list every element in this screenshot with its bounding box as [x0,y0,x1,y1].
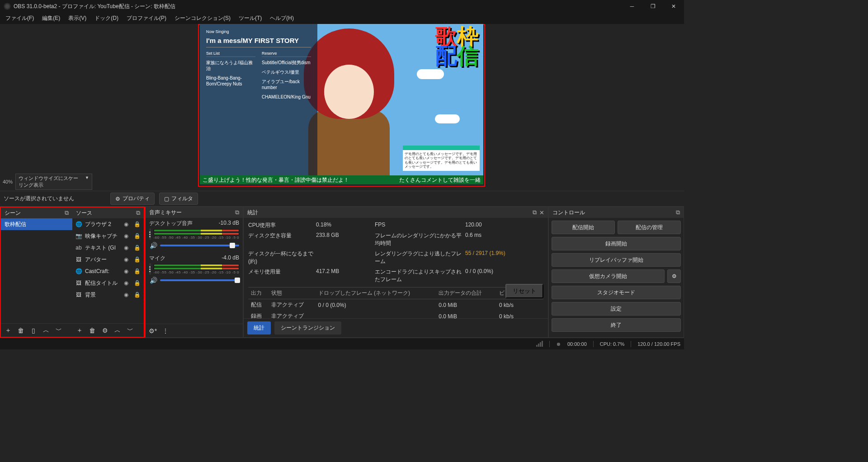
exit-button[interactable]: 終了 [552,318,681,332]
lock-toggle-icon[interactable]: 🔒 [133,233,141,239]
reset-button[interactable]: リセット [505,284,543,298]
lock-toggle-icon[interactable]: 🔒 [133,245,141,251]
channel-menu-button[interactable] [149,228,151,240]
mixer-channel: デスクトップ音声-10.3 dB-60 -55 -50 -45 -40 -35 … [146,218,243,253]
scene-filter-button[interactable]: ▯ [28,325,39,336]
source-item[interactable]: 🖼配信タイトル◉🔒 [72,277,144,289]
controls-header[interactable]: コントロール ⧉ [549,207,684,218]
zoom-controls: 40% ウィンドウサイズにスケーリング表示 [3,174,92,190]
replay-buffer-button[interactable]: リプレイバッファ開始 [552,253,681,267]
source-item[interactable]: abテキスト (GI◉🔒 [72,242,144,254]
zoom-mode-select[interactable]: ウィンドウサイズにスケーリング表示 [15,174,92,190]
preview-canvas[interactable]: Now Singing I'm a mess/MY FIRST STORY Se… [200,24,483,184]
scenes-dock: シーン ⧉ 歌枠配信 ＋ 🗑 ▯ ︿ ﹀ [0,207,72,338]
start-stream-button[interactable]: 配信開始 [552,221,615,234]
menu-scenecollection[interactable]: シーンコレクション(S) [171,13,234,24]
source-item[interactable]: 📷映像キャプチ◉🔒 [72,230,144,242]
start-record-button[interactable]: 録画開始 [552,237,681,250]
source-item[interactable]: 🖼背景◉🔒 [72,289,144,301]
stat-label: レンダリングラグにより逃したフレーム [375,250,465,265]
popout-icon[interactable]: ⧉ [533,209,537,216]
source-item[interactable]: 🖼アバター◉🔒 [72,254,144,265]
volume-slider[interactable] [160,245,239,246]
mute-button[interactable]: 🔊 [149,277,157,284]
source-down-button[interactable]: ﹀ [125,325,136,336]
lock-toggle-icon[interactable]: 🔒 [133,268,141,274]
sources-header[interactable]: ソース ⧉ [72,207,144,218]
close-icon[interactable]: ✕ [539,209,544,216]
visibility-toggle-icon[interactable]: ◉ [122,256,130,263]
menu-view[interactable]: 表示(V) [65,13,90,24]
stats-header[interactable]: 統計 ⧉ ✕ [244,207,548,218]
source-label: テキスト (GI [85,244,119,252]
lock-toggle-icon[interactable]: 🔒 [133,221,141,227]
virtual-cam-button[interactable]: 仮想カメラ開始 [552,269,665,283]
menu-help[interactable]: ヘルプ(H) [266,13,297,24]
tab-transition[interactable]: シーントランジション [274,321,341,335]
virtual-cam-settings-button[interactable]: ⚙ [667,269,681,283]
add-scene-button[interactable]: ＋ [3,325,14,336]
table-cell: 非アクティブ [269,311,316,318]
manage-stream-button[interactable]: 配信の管理 [618,221,681,234]
filters-button[interactable]: ▢ フィルタ [159,193,198,205]
source-label: 背景 [85,291,119,299]
scenes-header[interactable]: シーン ⧉ [1,207,72,218]
mixer-menu-button[interactable]: ⋮ [160,325,171,336]
menu-tools[interactable]: ツール(T) [235,13,265,24]
visibility-toggle-icon[interactable]: ◉ [122,221,130,227]
lock-toggle-icon[interactable]: 🔒 [133,292,141,298]
lock-toggle-icon[interactable]: 🔒 [133,280,141,286]
ticker-text: たくさんコメントして雑談を一緒 [399,176,481,184]
settings-button[interactable]: 設定 [552,302,681,316]
close-button[interactable]: ✕ [663,0,684,13]
table-header: 出力 [248,288,269,299]
menu-file[interactable]: ファイル(F) [2,13,38,24]
source-item[interactable]: 🌐ブラウザ 2◉🔒 [72,218,144,230]
stats-dock: 統計 ⧉ ✕ CPU使用率 0.18% FPS 120.00 ディスク空き容量 … [243,207,548,338]
current-song: I'm a mess/MY FIRST STORY [206,37,311,47]
remove-scene-button[interactable]: 🗑 [15,325,26,336]
scene-up-button[interactable]: ︿ [41,325,52,336]
add-source-button[interactable]: ＋ [74,325,85,336]
table-cell: 0 kb/s [496,299,543,311]
source-props-button[interactable]: ⚙ [99,325,110,336]
properties-button[interactable]: ⚙ プロパティ [110,193,155,205]
lock-toggle-icon[interactable]: 🔒 [133,256,141,263]
filter-icon: ▢ [164,196,169,202]
visibility-toggle-icon[interactable]: ◉ [122,268,130,274]
signal-icon [536,341,543,347]
volume-slider[interactable] [160,279,239,281]
stat-value: 0.18% [316,222,375,229]
maximize-button[interactable]: ❐ [642,0,663,13]
menu-edit[interactable]: 編集(E) [38,13,64,24]
studio-mode-button[interactable]: スタジオモード [552,286,681,299]
remove-source-button[interactable]: 🗑 [87,325,98,336]
tab-stats[interactable]: 統計 [247,321,271,335]
elapsed-time: 00:00:00 [567,341,587,347]
mute-button[interactable]: 🔊 [149,242,157,249]
visibility-toggle-icon[interactable]: ◉ [122,292,130,298]
scene-down-button[interactable]: ﹀ [53,325,64,336]
channel-menu-button[interactable] [149,263,151,275]
channel-name: マイク [149,255,165,262]
popout-icon[interactable]: ⧉ [136,209,140,217]
preview-area[interactable]: Now Singing I'm a mess/MY FIRST STORY Se… [0,24,684,191]
minimize-button[interactable]: ─ [622,0,642,13]
table-cell: 録画 [248,311,269,318]
sources-toolbar: ＋ 🗑 ⚙ ︿ ﹀ [72,323,144,337]
popout-icon[interactable]: ⧉ [65,209,69,217]
controls-dock: コントロール ⧉ 配信開始 配信の管理 録画開始 リプレイバッファ開始 仮想カメ… [548,207,684,338]
mixer-advanced-button[interactable]: ⚙* [147,325,158,336]
popout-icon[interactable]: ⧉ [235,209,239,216]
channel-db: -10.3 dB [219,220,239,227]
source-up-button[interactable]: ︿ [112,325,123,336]
scene-item[interactable]: 歌枠配信 [1,218,72,230]
popout-icon[interactable]: ⧉ [676,209,680,216]
source-item[interactable]: 🌐CastCraft:◉🔒 [72,265,144,277]
menu-profile[interactable]: プロファイル(P) [123,13,170,24]
visibility-toggle-icon[interactable]: ◉ [122,280,130,286]
menu-dock[interactable]: ドック(D) [91,13,122,24]
visibility-toggle-icon[interactable]: ◉ [122,245,130,251]
mixer-header[interactable]: 音声ミキサー ⧉ [146,207,243,218]
visibility-toggle-icon[interactable]: ◉ [122,233,130,239]
